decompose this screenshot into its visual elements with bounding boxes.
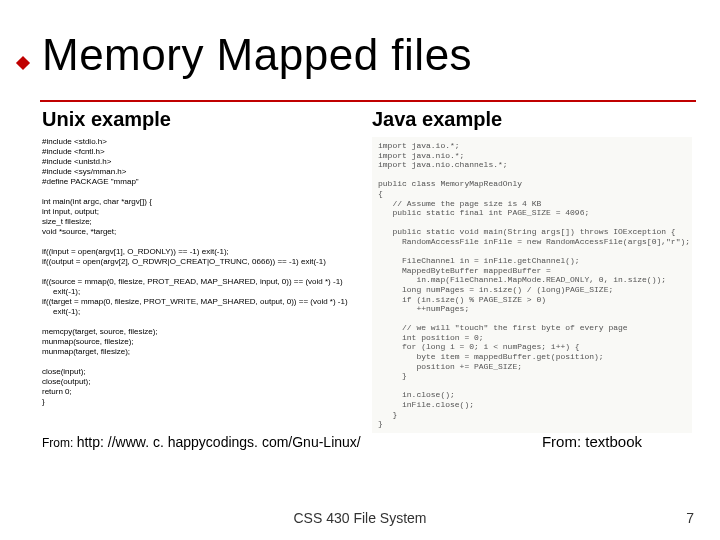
left-heading: Unix example (42, 108, 362, 131)
slide-title: Memory Mapped files (42, 30, 692, 80)
left-column: Unix example #include <stdio.h> #include… (42, 108, 362, 433)
source-row: From: http: //www. c. happycodings. com/… (42, 433, 692, 450)
source-right: From: textbook (542, 433, 642, 450)
source-left-prefix: From: (42, 436, 77, 450)
java-code-block: import java.io.*; import java.nio.*; imp… (372, 137, 692, 433)
right-heading: Java example (372, 108, 692, 131)
title-bullet (16, 56, 30, 70)
title-underline (40, 100, 696, 102)
source-left: From: http: //www. c. happycodings. com/… (42, 434, 361, 450)
content-columns: Unix example #include <stdio.h> #include… (42, 108, 692, 433)
slide: Memory Mapped files Unix example #includ… (0, 0, 720, 540)
footer-text: CSS 430 File System (0, 510, 720, 526)
unix-code-block: #include <stdio.h> #include <fcntl.h> #i… (42, 137, 362, 407)
source-left-url: http: //www. c. happycodings. com/Gnu-Li… (77, 434, 361, 450)
right-column: Java example import java.io.*; import ja… (372, 108, 692, 433)
page-number: 7 (686, 510, 694, 526)
